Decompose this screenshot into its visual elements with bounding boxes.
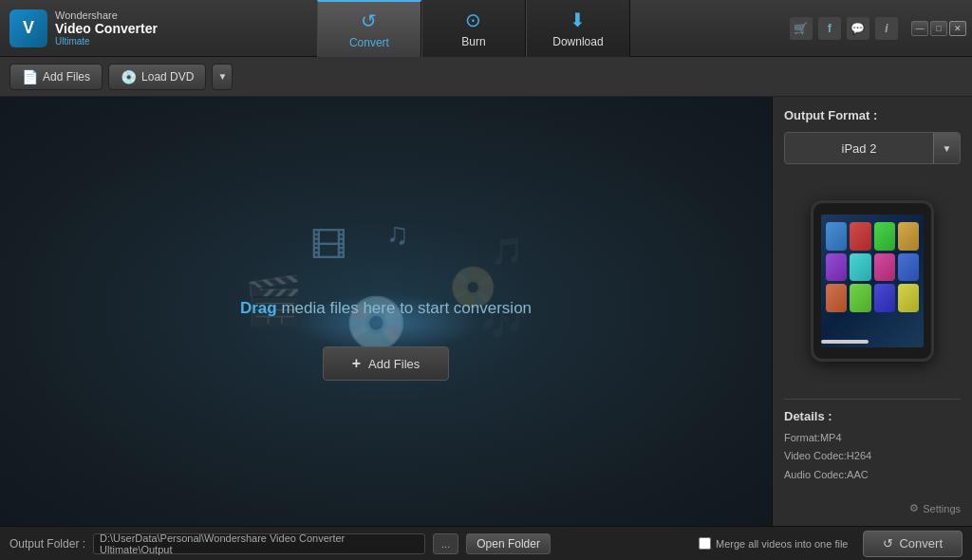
merge-checkbox-input[interactable] [699,537,711,550]
right-panel: Output Format : iPad 2 ▼ [773,97,972,526]
tab-burn[interactable]: ⊙ Burn [421,0,526,57]
bottom-bar: Output Folder : D:\UserData\Personal\Won… [0,526,972,560]
settings-label: Settings [923,503,961,514]
format-selector[interactable]: iPad 2 ▼ [784,132,961,164]
tab-download[interactable]: ⬇ Download [526,0,630,57]
top-right-area: 🛒 f 💬 i — □ ✕ [790,17,972,40]
tab-burn-label: Burn [461,35,485,48]
tab-convert-label: Convert [349,36,389,49]
details-section: Details : Format:MP4 Video Codec:H264 Au… [784,399,961,485]
music-icon-1: ♫ [386,216,409,252]
app-icon-11 [874,284,895,312]
format-dropdown-arrow[interactable]: ▼ [933,133,960,163]
drag-rest: media files here to start conversion [277,299,532,317]
app-icon-7 [874,253,895,282]
video-codec-detail: Video Codec:H264 [784,447,961,466]
convert-button[interactable]: ↺ Convert [863,531,963,557]
chat-icon[interactable]: 💬 [847,17,869,40]
close-button[interactable]: ✕ [949,21,966,36]
selected-format: iPad 2 [785,136,933,161]
app-icon-2 [850,222,870,251]
download-icon: ⬇ [570,9,586,31]
app-icon-9 [826,284,847,312]
plus-icon: + [352,355,361,372]
window-controls: — □ ✕ [911,21,972,36]
settings-link[interactable]: ⚙ Settings [784,502,961,514]
maximize-button[interactable]: □ [930,21,947,36]
merge-label: Merge all videos into one file [716,538,848,550]
dvd-icon: 💿 [121,69,137,84]
app-name: Wondershare Video Converter Ultimate [55,9,158,47]
video-icon-1: 🎵 [491,235,524,267]
add-files-icon: 📄 [22,69,38,84]
load-dvd-label: Load DVD [141,70,194,84]
header-icons: 🛒 f 💬 i [790,17,907,40]
tab-convert[interactable]: ↺ Convert [317,0,421,57]
output-folder-label: Output Folder : [9,537,85,551]
load-dvd-dropdown[interactable]: ▼ [212,64,233,90]
add-files-button[interactable]: 📄 Add Files [9,64,103,90]
convert-label: Convert [899,536,943,551]
drop-panel[interactable]: 🎞 ♫ 🎬 💿 📀 🎵 🎶 Drag media files here to s… [0,97,773,526]
drag-bold: Drag [240,299,277,317]
convert-icon: ↺ [361,9,377,32]
cart-icon[interactable]: 🛒 [790,17,813,40]
audio-codec-detail: Audio Codec:AAC [784,466,961,485]
app-icon-5 [826,253,847,282]
info-icon[interactable]: i [875,17,898,40]
details-label: Details : [784,409,961,423]
ipad-screen [821,215,924,347]
app-icon-3 [874,222,895,251]
merge-checkbox-label[interactable]: Merge all videos into one file [699,537,848,550]
ipad-home-bar [821,340,869,344]
app-edition: Ultimate [55,36,158,47]
add-files-drop-label: Add Files [368,357,420,371]
title-bar: V Wondershare Video Converter Ultimate ↺… [0,0,972,57]
facebook-icon[interactable]: f [818,17,841,40]
load-dvd-button[interactable]: 💿 Load DVD [108,64,206,90]
app-icon-6 [850,253,870,282]
app-icon-4 [898,222,919,251]
app-logo: V Wondershare Video Converter Ultimate [9,9,158,47]
app-branding: V Wondershare Video Converter Ultimate [0,9,158,47]
logo-icon: V [9,9,47,47]
device-preview [784,174,961,389]
minimize-button[interactable]: — [911,21,928,36]
output-path-text: D:\UserData\Personal\Wondershare Video C… [100,532,419,555]
app-icon-12 [898,284,919,312]
film-icon-1: 🎞 [310,226,346,267]
main-content: 🎞 ♫ 🎬 💿 📀 🎵 🎶 Drag media files here to s… [0,97,972,526]
browse-button[interactable]: ... [433,533,458,554]
app-icon-8 [898,253,919,282]
tab-download-label: Download [552,35,603,48]
gear-icon: ⚙ [909,502,919,514]
drop-text: Drag media files here to start conversio… [240,299,532,318]
burn-icon: ⊙ [465,9,481,31]
toolbar: 📄 Add Files 💿 Load DVD ▼ [0,57,972,97]
app-title: Video Converter [55,21,158,36]
ipad-frame [811,200,934,362]
convert-icon: ↺ [883,536,893,551]
output-path-display: D:\UserData\Personal\Wondershare Video C… [93,533,425,554]
nav-tabs: ↺ Convert ⊙ Burn ⬇ Download [317,0,630,57]
output-format-label: Output Format : [784,108,961,122]
app-icon-10 [850,284,870,312]
format-detail: Format:MP4 [784,429,961,448]
app-icon-1 [826,222,847,251]
add-files-label: Add Files [43,70,90,84]
company-name: Wondershare [55,9,158,21]
add-files-drop-button[interactable]: + Add Files [323,346,450,381]
open-folder-button[interactable]: Open Folder [466,533,551,554]
